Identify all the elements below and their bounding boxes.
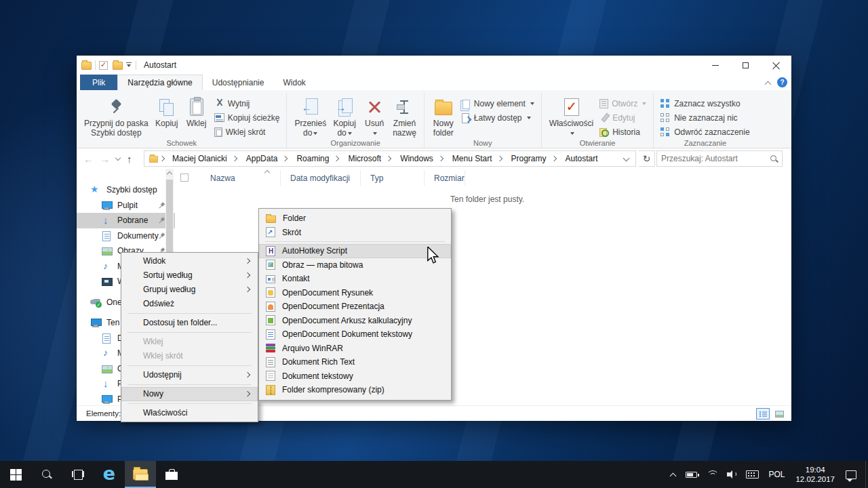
column-header[interactable]: Rozmiar xyxy=(425,170,465,186)
context-menu-item[interactable]: Sortuj według xyxy=(121,268,258,283)
tab-home[interactable]: Narzędzia główne xyxy=(117,75,202,90)
forward-button[interactable]: → xyxy=(100,153,110,165)
address-dropdown-icon[interactable] xyxy=(623,156,629,161)
new-submenu-item[interactable]: AutoHotkey Script xyxy=(259,244,451,258)
new-submenu-item[interactable]: Folder skompresowany (zip) xyxy=(259,383,451,397)
thumbnails-view-button[interactable] xyxy=(772,408,786,420)
sidebar-item[interactable]: Dokumenty xyxy=(77,228,175,244)
cut-button[interactable]: Wytnij xyxy=(212,97,283,110)
battery-button[interactable] xyxy=(681,461,702,488)
new-submenu-item[interactable]: OpenDocument Rysunek xyxy=(259,286,451,300)
back-button[interactable]: ← xyxy=(83,153,94,165)
tray-overflow-button[interactable] xyxy=(665,461,681,488)
tab-view[interactable]: Widok xyxy=(273,75,315,90)
breadcrumb-chevron-icon xyxy=(438,156,443,161)
paste-button[interactable]: Wklej xyxy=(182,94,212,129)
sidebar-item[interactable]: Pulpit xyxy=(77,198,175,214)
search-icon[interactable] xyxy=(770,155,778,163)
up-button[interactable]: ↑ xyxy=(127,153,132,165)
move-to-button[interactable]: Przenieś do xyxy=(291,94,330,139)
properties-button[interactable]: Właściwości xyxy=(546,94,597,139)
copy-button[interactable]: Kopiuj xyxy=(152,94,182,129)
pin-to-quick-access-button[interactable]: Przypnij do paska Szybki dostęp xyxy=(81,94,152,139)
new-submenu-item[interactable]: OpenDocument Arkusz kalkulacyjny xyxy=(259,314,451,328)
column-header[interactable]: Typ xyxy=(361,170,425,186)
tab-share[interactable]: Udostępnianie xyxy=(203,75,274,90)
maximize-button[interactable] xyxy=(730,56,761,75)
details-view-button[interactable] xyxy=(756,408,770,420)
file-explorer-button[interactable] xyxy=(125,461,156,488)
qat-new-folder-icon[interactable] xyxy=(113,62,123,70)
invert-selection-button[interactable]: Odwróć zaznaczenie xyxy=(658,125,752,138)
context-menu-item[interactable]: Grupuj według xyxy=(121,283,258,297)
close-button[interactable] xyxy=(761,56,791,75)
task-view-button[interactable] xyxy=(62,461,94,488)
touch-keyboard-button[interactable] xyxy=(741,461,764,488)
context-menu-item[interactable]: Wklej skrót xyxy=(121,349,258,363)
new-submenu-item[interactable]: OpenDocument Dokument tekstowy xyxy=(259,327,451,342)
breadcrumb-segment[interactable]: Windows xyxy=(395,151,447,166)
breadcrumb-segment[interactable]: AppData xyxy=(241,151,292,166)
sidebar-item[interactable]: Szybki dostęp xyxy=(77,182,175,198)
context-menu-item[interactable]: Właściwości xyxy=(121,406,258,420)
recent-locations-icon[interactable] xyxy=(116,156,121,161)
breadcrumb-bar[interactable]: Maciej OlanickiAppDataRoamingMicrosoftWi… xyxy=(144,150,636,167)
start-button[interactable] xyxy=(0,461,31,488)
copy-path-button[interactable]: Kopiuj ścieżkę xyxy=(212,111,283,124)
breadcrumb-segment[interactable]: Menu Start xyxy=(447,151,506,166)
new-submenu-item[interactable]: Folder xyxy=(259,211,451,226)
sidebar-item[interactable]: Pobrane xyxy=(77,213,175,228)
history-button[interactable]: Historia xyxy=(597,125,649,138)
context-menu-item[interactable]: Wklej xyxy=(121,335,258,349)
breadcrumb-segment[interactable]: Autostart xyxy=(560,151,604,166)
new-submenu-item[interactable]: Obraz — mapa bitowa xyxy=(259,258,451,272)
context-menu-item[interactable]: Widok xyxy=(121,254,258,268)
easy-access-button[interactable]: Łatwy dostęp xyxy=(458,111,537,124)
paste-shortcut-button[interactable]: Wklej skrót xyxy=(212,125,283,138)
new-submenu-item[interactable]: Kontakt xyxy=(259,272,451,286)
clock[interactable]: 19:04 12.02.2017 xyxy=(789,461,841,488)
context-menu-item[interactable]: Dostosuj ten folder... xyxy=(121,316,258,330)
delete-button[interactable]: Usuń xyxy=(359,94,389,139)
wifi-button[interactable] xyxy=(702,461,722,488)
qat-properties-icon[interactable] xyxy=(99,61,108,70)
new-submenu-item[interactable]: Dokument Rich Text xyxy=(259,355,451,369)
show-desktop-button[interactable] xyxy=(865,461,868,488)
breadcrumb-segment[interactable]: Roaming xyxy=(291,151,342,166)
search-box[interactable] xyxy=(656,150,783,167)
refresh-button[interactable]: ↻ xyxy=(639,150,655,167)
scroll-up-icon[interactable] xyxy=(167,172,172,176)
breadcrumb-segment[interactable]: Maciej Olanicki xyxy=(167,151,241,166)
new-submenu-item[interactable]: Skrót xyxy=(259,226,451,240)
new-submenu-item[interactable]: Arquivo WinRAR xyxy=(259,342,451,356)
help-icon[interactable]: ? xyxy=(777,77,787,87)
new-folder-button[interactable]: Nowy folder xyxy=(429,94,458,139)
search-input[interactable] xyxy=(661,154,770,163)
action-center-button[interactable] xyxy=(841,461,861,488)
select-none-button[interactable]: Nie zaznaczaj nic xyxy=(658,111,752,124)
tab-file[interactable]: Plik xyxy=(80,75,117,90)
group-label-organize: Organizowanie xyxy=(287,139,423,147)
language-indicator[interactable]: POL xyxy=(764,461,789,488)
new-submenu-item[interactable]: OpenDocument Prezentacja xyxy=(259,300,451,314)
rename-button[interactable]: Zmień nazwę xyxy=(389,94,420,139)
edge-button[interactable]: e xyxy=(94,461,125,488)
volume-button[interactable] xyxy=(722,461,741,488)
column-header[interactable]: Data modyfikacji xyxy=(281,170,361,186)
breadcrumb-segment[interactable]: Microsoft xyxy=(342,151,395,166)
select-all-button[interactable]: Zaznacz wszystko xyxy=(658,97,752,110)
copy-to-button[interactable]: Kopiuj do xyxy=(330,94,359,139)
qat-customize-icon[interactable] xyxy=(125,62,132,68)
column-header[interactable]: Nazwa xyxy=(201,170,281,186)
store-button[interactable] xyxy=(156,461,187,488)
context-menu-item[interactable]: Nowy xyxy=(121,387,258,401)
new-item-button[interactable]: Nowy element xyxy=(458,97,537,110)
context-menu-item[interactable]: Odśwież xyxy=(121,297,258,311)
folder-icon xyxy=(266,216,276,223)
collapse-ribbon-icon[interactable] xyxy=(765,80,770,85)
breadcrumb-segment[interactable]: Programy xyxy=(506,151,560,166)
context-menu-item[interactable]: Udostępnij xyxy=(121,368,258,382)
minimize-button[interactable] xyxy=(700,56,730,75)
new-submenu-item[interactable]: Dokument tekstowy xyxy=(259,369,451,384)
taskbar-search-button[interactable] xyxy=(31,461,62,488)
